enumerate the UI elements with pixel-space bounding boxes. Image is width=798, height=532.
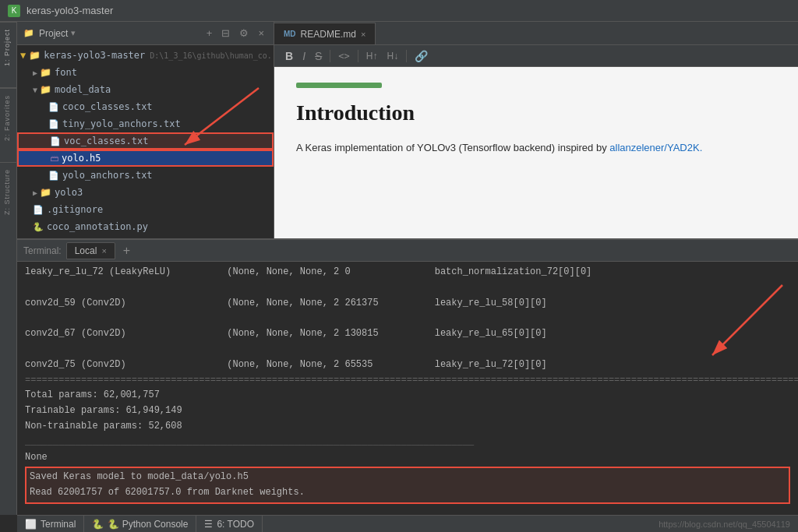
terminal-highlight-line: Read 62001757 of 62001757.0 from Darknet… xyxy=(30,485,786,501)
title-bar: K keras-yolo3-master xyxy=(0,0,798,22)
bold-button[interactable]: B xyxy=(282,48,296,64)
settings-icon[interactable]: ⚙ xyxy=(236,26,252,41)
file-icon: 📄 xyxy=(48,171,59,181)
terminal-line: None xyxy=(25,450,790,466)
terminal-line: Trainable params: 61,949,149 xyxy=(25,403,790,419)
tree-item[interactable]: 📄 yolo_anchors.txt xyxy=(17,167,274,184)
project-header: 📁 Project ▾ + ⊟ ⚙ × xyxy=(17,22,274,45)
item-label: yolo_anchors.txt xyxy=(62,170,153,181)
terminal-line xyxy=(25,342,790,358)
editor-content: Introduction A Keras implementation of Y… xyxy=(274,67,798,238)
chevron-right-icon: ▶ xyxy=(33,188,37,197)
yolo-h5-item[interactable]: 🗃 yolo.h5 xyxy=(17,150,274,167)
terminal-line: leaky_re_lu_72 (LeakyReLU) (None, None, … xyxy=(25,265,790,280)
toolbar-sep xyxy=(406,50,407,62)
terminal-line xyxy=(25,280,790,296)
todo-label: 6: TODO xyxy=(217,519,254,530)
layout-icon[interactable]: ⊟ xyxy=(218,26,233,41)
md-paragraph: A Keras implementation of YOLOv3 (Tensor… xyxy=(296,139,776,157)
file-icon: 📄 xyxy=(48,119,59,129)
editor-panel: MD README.md × B I S <> H↑ H↓ 🔗 xyxy=(274,22,798,238)
tree-item[interactable]: 📄 coco_classes.txt xyxy=(17,98,274,115)
tree-item[interactable]: 📄 tiny_yolo_anchors.txt xyxy=(17,115,274,132)
md-icon: MD xyxy=(284,30,296,38)
code-button[interactable]: <> xyxy=(335,49,352,63)
terminal-line: conv2d_67 (Conv2D) (None, None, None, 2 … xyxy=(25,326,790,342)
tree-item[interactable]: ▶ 📁 font xyxy=(17,64,274,81)
link-button[interactable]: 🔗 xyxy=(411,48,431,64)
item-label: yolo.h5 xyxy=(62,153,101,164)
terminal-line: Total params: 62,001,757 xyxy=(25,388,790,403)
status-bar: ⬜ Terminal 🐍 🐍 Python Console ☰ 6: TODO … xyxy=(17,515,798,532)
terminal-section: Terminal: Local × + leaky_re_lu_72 (Leak… xyxy=(17,240,798,515)
tree-item[interactable]: ▼ 📁 model_data xyxy=(17,81,274,98)
python-console-label: 🐍 Python Console xyxy=(108,519,188,530)
terminal-highlight-line: Saved Keras model to model_data/yolo.h5 xyxy=(30,470,786,485)
editor-toolbar: B I S <> H↑ H↓ 🔗 xyxy=(274,45,798,67)
structure-tab[interactable]: Z: Structure xyxy=(0,163,16,221)
root-name: keras-yolo3-master xyxy=(44,50,145,61)
file-icon: 🐍 xyxy=(33,222,44,232)
terminal-line: conv2d_59 (Conv2D) (None, None, None, 2 … xyxy=(25,296,790,312)
green-bar xyxy=(296,83,382,88)
todo-icon: ☰ xyxy=(204,519,213,530)
toolbar-sep xyxy=(330,50,330,62)
dropdown-icon[interactable]: ▾ xyxy=(71,28,76,38)
python-console-btn[interactable]: 🐍 🐍 Python Console xyxy=(84,516,196,533)
folder-icon: 📁 xyxy=(40,187,51,198)
root-folder-icon: 📁 xyxy=(29,50,41,61)
tree-root[interactable]: ▼ 📁 keras-yolo3-master D:\1_3_16\github\… xyxy=(17,47,274,64)
terminal-status-label: Terminal xyxy=(41,519,76,530)
project-label: Project xyxy=(39,28,68,39)
item-label: yolo3 xyxy=(55,187,83,198)
terminal-status-btn[interactable]: ⬜ Terminal xyxy=(17,516,84,533)
local-tab-close[interactable]: × xyxy=(101,246,106,255)
item-label: model_data xyxy=(55,84,111,95)
local-tab[interactable]: Local × xyxy=(66,242,115,259)
item-label: voc_classes.txt xyxy=(64,136,148,146)
md-heading: Introduction xyxy=(296,100,776,125)
python-icon: 🐍 xyxy=(92,519,104,530)
readme-tab[interactable]: MD README.md × xyxy=(274,23,376,44)
tree-item[interactable]: ▶ 📁 yolo3 xyxy=(17,184,274,201)
terminal-highlight-box: Saved Keras model to model_data/yolo.h5 … xyxy=(25,467,790,504)
item-label: .gitignore xyxy=(47,204,103,215)
italic-button[interactable]: I xyxy=(299,48,309,64)
item-label: coco_annotation.py xyxy=(47,221,148,232)
app-title: keras-yolo3-master xyxy=(26,5,113,16)
todo-btn[interactable]: ☰ 6: TODO xyxy=(196,516,263,533)
left-sidebar-strip: 1: Project 2: Favorites Z: Structure xyxy=(0,22,17,515)
terminal-line: Non-trainable params: 52,608 xyxy=(25,419,790,435)
terminal-label: Terminal: xyxy=(23,245,62,256)
file-icon: 📄 xyxy=(33,205,44,215)
project-panel: 📁 Project ▾ + ⊟ ⚙ × ▼ 📁 keras-yolo3-mast… xyxy=(17,22,274,238)
folder-icon: 📁 xyxy=(23,28,34,38)
terminal-line xyxy=(25,311,790,326)
terminal-line: conv2d_75 (Conv2D) (None, None, None, 2 … xyxy=(25,358,790,373)
folder-icon: 📁 xyxy=(40,67,51,78)
chevron-down-icon: ▼ xyxy=(33,86,37,94)
tree-item[interactable]: 📄 .gitignore xyxy=(17,201,274,218)
root-path: D:\1_3_16\github\human_co... xyxy=(150,51,274,60)
toolbar-sep xyxy=(358,50,358,62)
tab-name: README.md xyxy=(301,29,356,40)
tree-item[interactable]: 🐍 coco_annotation.py xyxy=(17,218,274,235)
paragraph-text: A Keras implementation of YOLOv3 (Tensor… xyxy=(296,142,607,153)
project-tab[interactable]: 1: Project xyxy=(0,22,16,72)
yad2k-link[interactable]: allanzelener/YAD2K. xyxy=(609,142,702,153)
strike-button[interactable]: S xyxy=(312,48,325,64)
h1-button[interactable]: H↑ xyxy=(363,49,381,63)
favorites-tab[interactable]: 2: Favorites xyxy=(0,88,16,147)
terminal-separator: ========================================… xyxy=(25,373,790,389)
tab-close-icon[interactable]: × xyxy=(361,30,365,39)
close-icon[interactable]: × xyxy=(255,26,267,41)
voc-classes-item[interactable]: 📄 voc_classes.txt xyxy=(17,132,274,150)
add-icon[interactable]: + xyxy=(203,26,216,41)
folder-icon: 📁 xyxy=(40,84,51,95)
add-terminal-button[interactable]: + xyxy=(120,244,133,258)
item-label: coco_classes.txt xyxy=(62,101,153,112)
h2-button[interactable]: H↓ xyxy=(383,49,401,63)
terminal-line xyxy=(25,506,790,515)
chevron-right-icon: ▶ xyxy=(33,69,37,77)
terminal-content[interactable]: leaky_re_lu_72 (LeakyReLU) (None, None, … xyxy=(17,262,798,515)
